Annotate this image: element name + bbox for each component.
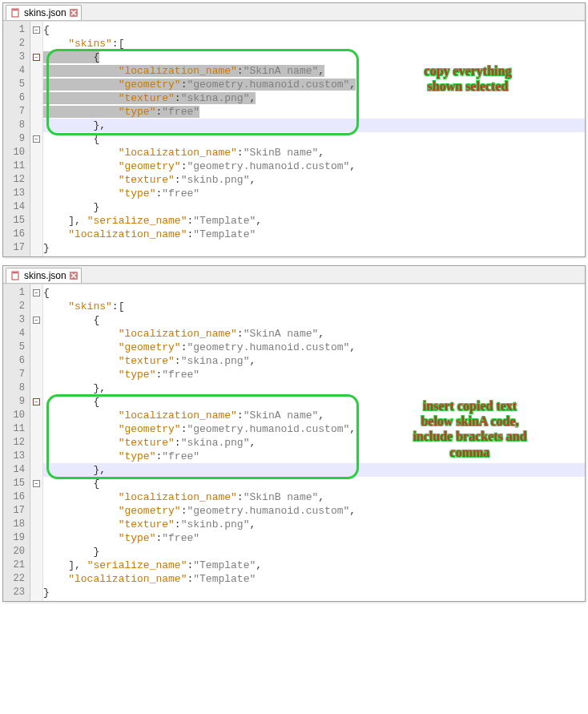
code-line[interactable]: "skins":[	[43, 37, 585, 50]
fold-cell[interactable]	[30, 368, 42, 381]
code-line[interactable]: "geometry":"geometry.humanoid.custom",	[43, 422, 585, 436]
fold-cell[interactable]	[30, 300, 42, 313]
code-line[interactable]: "type":"free"	[43, 450, 585, 463]
fold-toggle-icon[interactable]: −	[33, 398, 40, 405]
fold-cell[interactable]	[30, 409, 42, 422]
code-line[interactable]: "skins":[	[43, 300, 585, 313]
fold-cell[interactable]	[30, 64, 42, 78]
fold-cell[interactable]: −	[30, 313, 42, 327]
fold-toggle-icon[interactable]: −	[33, 54, 40, 61]
file-tab[interactable]: skins.json	[6, 268, 82, 283]
fold-cell[interactable]	[30, 341, 42, 354]
fold-cell[interactable]	[30, 381, 42, 395]
fold-cell[interactable]	[30, 504, 42, 518]
code-line[interactable]: },	[43, 463, 585, 477]
fold-cell[interactable]	[30, 450, 42, 463]
line-number-gutter: 1234567891011121314151617	[3, 22, 30, 256]
fold-cell[interactable]: −	[30, 132, 42, 146]
fold-cell[interactable]	[30, 572, 42, 586]
fold-toggle-icon[interactable]: −	[33, 317, 40, 324]
code-line[interactable]: "type":"free"	[43, 531, 585, 545]
fold-cell[interactable]	[30, 228, 42, 241]
code-line[interactable]: "texture":"skina.png",	[43, 91, 585, 105]
code-line[interactable]: "geometry":"geometry.humanoid.custom",	[43, 78, 585, 91]
fold-cell[interactable]	[30, 173, 42, 187]
fold-cell[interactable]	[30, 146, 42, 159]
code-area[interactable]: { "skins":[ { "localization_name":"SkinA…	[43, 22, 585, 256]
fold-toggle-icon[interactable]: −	[33, 480, 40, 487]
fold-cell[interactable]	[30, 187, 42, 200]
fold-cell[interactable]	[30, 586, 42, 599]
code-line[interactable]: {	[43, 286, 585, 300]
code-line[interactable]: "texture":"skinb.png",	[43, 173, 585, 187]
file-tab[interactable]: skins.json	[6, 5, 82, 20]
code-line[interactable]: },	[43, 119, 585, 132]
code-line[interactable]: "type":"free"	[43, 105, 585, 119]
close-icon[interactable]	[70, 9, 78, 17]
fold-cell[interactable]	[30, 422, 42, 436]
code-line[interactable]: }	[43, 545, 585, 559]
fold-cell[interactable]	[30, 327, 42, 341]
code-line[interactable]: },	[43, 381, 585, 395]
fold-cell[interactable]	[30, 37, 42, 50]
code-line[interactable]: "type":"free"	[43, 368, 585, 381]
code-line[interactable]: "localization_name":"SkinB name",	[43, 490, 585, 504]
fold-cell[interactable]	[30, 531, 42, 545]
code-line[interactable]: }	[43, 241, 585, 255]
code-line[interactable]: "geometry":"geometry.humanoid.custom",	[43, 159, 585, 173]
fold-cell[interactable]	[30, 354, 42, 368]
code-line[interactable]: "localization_name":"SkinA name",	[43, 64, 585, 78]
fold-cell[interactable]	[30, 200, 42, 214]
fold-column[interactable]: −−−	[30, 22, 43, 256]
code-line[interactable]: "localization_name":"SkinB name",	[43, 146, 585, 159]
fold-cell[interactable]: −	[30, 50, 42, 64]
fold-cell[interactable]	[30, 105, 42, 119]
fold-cell[interactable]	[30, 463, 42, 477]
fold-cell[interactable]	[30, 214, 42, 228]
code-line[interactable]: "texture":"skina.png",	[43, 354, 585, 368]
code-line[interactable]: "geometry":"geometry.humanoid.custom",	[43, 504, 585, 518]
fold-cell[interactable]	[30, 518, 42, 531]
line-number: 10	[3, 146, 30, 159]
code-line[interactable]: }	[43, 200, 585, 214]
line-number: 11	[3, 422, 30, 436]
code-line[interactable]: "texture":"skinb.png",	[43, 518, 585, 531]
code-line[interactable]: "localization_name":"Template"	[43, 572, 585, 586]
line-number: 1	[3, 23, 30, 37]
code-line[interactable]: "localization_name":"SkinA name",	[43, 409, 585, 422]
code-line[interactable]: ], "serialize_name":"Template",	[43, 559, 585, 572]
fold-cell[interactable]	[30, 559, 42, 572]
code-line[interactable]: {	[43, 313, 585, 327]
fold-cell[interactable]	[30, 91, 42, 105]
fold-cell[interactable]	[30, 159, 42, 173]
code-line[interactable]: "localization_name":"SkinA name",	[43, 327, 585, 341]
fold-column[interactable]: −−−−	[30, 284, 43, 601]
code-line[interactable]: ], "serialize_name":"Template",	[43, 214, 585, 228]
fold-cell[interactable]	[30, 241, 42, 255]
code-line[interactable]: "geometry":"geometry.humanoid.custom",	[43, 341, 585, 354]
fold-cell[interactable]: −	[30, 395, 42, 409]
code-line[interactable]: {	[43, 395, 585, 409]
fold-cell[interactable]: −	[30, 286, 42, 300]
fold-cell[interactable]: −	[30, 477, 42, 490]
code-line[interactable]: {	[43, 132, 585, 146]
fold-cell[interactable]	[30, 119, 42, 132]
code-line[interactable]: }	[43, 586, 585, 599]
fold-cell[interactable]	[30, 490, 42, 504]
fold-cell[interactable]	[30, 545, 42, 559]
code-area[interactable]: { "skins":[ { "localization_name":"SkinA…	[43, 284, 585, 601]
code-line[interactable]: {	[43, 50, 585, 64]
fold-toggle-icon[interactable]: −	[33, 135, 40, 143]
close-icon[interactable]	[70, 272, 78, 280]
code-line[interactable]: "localization_name":"Template"	[43, 228, 585, 241]
fold-cell[interactable]: −	[30, 23, 42, 37]
fold-cell[interactable]	[30, 78, 42, 91]
fold-cell[interactable]	[30, 436, 42, 450]
fold-toggle-icon[interactable]: −	[33, 289, 40, 296]
svg-rect-1	[13, 10, 18, 10]
fold-toggle-icon[interactable]: −	[33, 26, 40, 34]
code-line[interactable]: "type":"free"	[43, 187, 585, 200]
code-line[interactable]: {	[43, 477, 585, 490]
code-line[interactable]: {	[43, 23, 585, 37]
code-line[interactable]: "texture":"skina.png",	[43, 436, 585, 450]
